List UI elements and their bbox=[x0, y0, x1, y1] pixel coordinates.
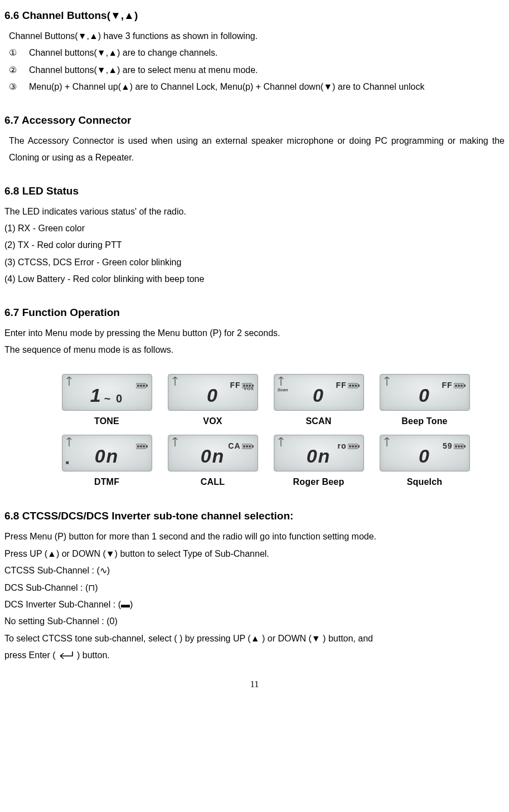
section-6-7-accessory: 6.7 Accessory Connector The Accessory Co… bbox=[4, 110, 505, 167]
lcd-big-text: 0 bbox=[380, 441, 469, 471]
menu-caption: CALL bbox=[201, 474, 225, 490]
lcd-big-text: 0n bbox=[274, 441, 363, 471]
menu-tile: FF Scan 0 SCAN bbox=[269, 374, 369, 430]
list-text: Channel buttons(▼,▲) are to select menu … bbox=[29, 62, 505, 79]
lcd-big-text: 0 bbox=[380, 380, 469, 410]
section-6-8-led-intro: The LED indicates various status' of the… bbox=[4, 203, 505, 220]
lcd-screen: 59 0 bbox=[380, 435, 470, 471]
lcd-screen: CA 0n bbox=[168, 435, 258, 471]
heading-6-7-function: 6.7 Function Operation bbox=[4, 303, 505, 323]
menu-caption: DTMF bbox=[94, 474, 119, 490]
menu-sequence-grid: 1 ~ 0 TONE FF VOX 0 VOX bbox=[27, 371, 505, 496]
list-item: ③ Menu(p) + Channel up(▲) are to Channel… bbox=[9, 79, 505, 95]
menu-caption: VOX bbox=[203, 413, 222, 430]
menu-tile: ■ 0n DTMF bbox=[57, 435, 157, 490]
list-item: ② Channel buttons(▼,▲) are to select men… bbox=[9, 62, 505, 79]
led-status-item: (3) CTCSS, DCS Error - Green color blink… bbox=[4, 254, 505, 271]
subtone-line: Press UP (▲) or DOWN (▼) button to selec… bbox=[4, 546, 505, 562]
section-6-8-led: 6.8 LED Status The LED indicates various… bbox=[4, 181, 505, 288]
list-marker: ② bbox=[9, 62, 29, 79]
heading-6-7-accessory: 6.7 Accessory Connector bbox=[4, 110, 505, 130]
subtone-line: CTCSS Sub-Channel : (∿) bbox=[4, 562, 505, 579]
heading-6-8-led: 6.8 LED Status bbox=[4, 181, 505, 201]
heading-6-6: 6.6 Channel Buttons(▼,▲) bbox=[4, 6, 505, 26]
heading-6-8-subtone: 6.8 CTCSS/DCS/DCS Inverter sub-tone chan… bbox=[4, 506, 505, 526]
menu-tile: ro 0n Roger Beep bbox=[269, 435, 369, 490]
list-item: ① Channel buttons(▼,▲) are to change cha… bbox=[9, 45, 505, 61]
subtone-last-prefix: press Enter ( bbox=[4, 650, 56, 660]
lcd-screen: ro 0n bbox=[274, 435, 364, 471]
menu-tile: CA 0n CALL bbox=[163, 435, 263, 490]
lcd-big-text: 0 bbox=[168, 380, 258, 410]
page-number: 11 bbox=[4, 676, 505, 693]
lcd-big-text: 0 bbox=[274, 380, 363, 410]
subtone-last-line: press Enter ( ) button. bbox=[4, 647, 505, 664]
led-status-item: (1) RX - Green color bbox=[4, 220, 505, 237]
subtone-last-suffix: ) button. bbox=[75, 650, 110, 660]
lcd-screen: FF VOX 0 bbox=[168, 374, 258, 411]
lcd-screen: 1 ~ 0 bbox=[62, 374, 152, 411]
menu-tile: FF VOX 0 VOX bbox=[163, 374, 263, 430]
function-op-line: Enter into Menu mode by pressing the Men… bbox=[4, 325, 505, 342]
section-6-6: 6.6 Channel Buttons(▼,▲) Channel Buttons… bbox=[4, 6, 505, 96]
led-status-item: (4) Low Battery - Red color blinking wit… bbox=[4, 271, 505, 288]
menu-caption: SCAN bbox=[306, 413, 331, 430]
list-marker: ③ bbox=[9, 79, 29, 95]
lcd-big-text: 0n bbox=[168, 441, 258, 471]
menu-caption: Beep Tone bbox=[401, 413, 447, 430]
subtone-line: To select CTCSS tone sub-channel, select… bbox=[4, 630, 505, 647]
menu-caption: TONE bbox=[94, 413, 119, 430]
section-6-6-list: ① Channel buttons(▼,▲) are to change cha… bbox=[4, 45, 505, 95]
lcd-screen: ■ 0n bbox=[62, 435, 152, 471]
list-text: Menu(p) + Channel up(▲) are to Channel L… bbox=[29, 79, 505, 95]
list-marker: ① bbox=[9, 45, 29, 61]
lcd-big-text: 0n bbox=[62, 441, 152, 471]
section-6-7-function: 6.7 Function Operation Enter into Menu m… bbox=[4, 303, 505, 359]
section-6-6-intro: Channel Buttons(▼,▲) have 3 functions as… bbox=[4, 28, 505, 45]
enter-key-icon bbox=[56, 650, 75, 660]
menu-tile: FF 0 Beep Tone bbox=[375, 374, 475, 430]
menu-tile: 59 0 Squelch bbox=[375, 435, 475, 490]
list-text: Channel buttons(▼,▲) are to change chann… bbox=[29, 45, 505, 61]
menu-caption: Roger Beep bbox=[293, 474, 345, 490]
section-6-7-accessory-body: The Accessory Connector is used when usi… bbox=[4, 133, 505, 167]
lcd-screen: FF Scan 0 bbox=[274, 374, 364, 411]
menu-caption: Squelch bbox=[407, 474, 443, 490]
subtone-line: No setting Sub-Channel : (0) bbox=[4, 613, 505, 630]
subtone-line: Press Menu (P) button for more than 1 se… bbox=[4, 528, 505, 545]
lcd-big-text: 1 ~ 0 bbox=[62, 380, 152, 410]
led-status-item: (2) TX - Red color during PTT bbox=[4, 237, 505, 254]
function-op-line: The sequence of menu mode is as follows. bbox=[4, 342, 505, 358]
menu-tile: 1 ~ 0 TONE bbox=[57, 374, 157, 430]
section-6-8-subtone: 6.8 CTCSS/DCS/DCS Inverter sub-tone chan… bbox=[4, 506, 505, 664]
lcd-screen: FF 0 bbox=[380, 374, 470, 411]
subtone-line: DCS Inverter Sub-Channel : (▬) bbox=[4, 596, 505, 613]
subtone-line: DCS Sub-Channel : (⊓) bbox=[4, 580, 505, 596]
